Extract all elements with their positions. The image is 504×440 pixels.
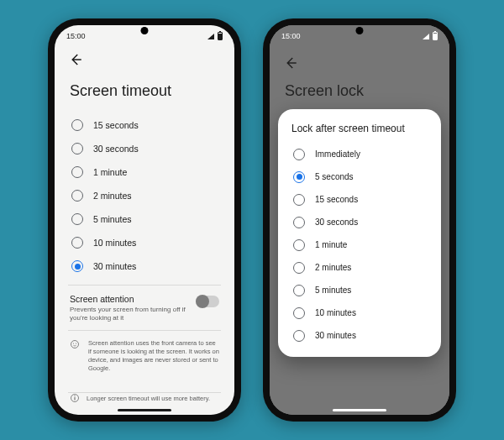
svg-rect-4: [75, 397, 76, 401]
radio-icon: [71, 213, 83, 225]
screen-attention-title: Screen attention: [70, 294, 187, 304]
radio-icon: [293, 330, 305, 342]
lock-after-timeout-dialog: Lock after screen timeout Immediately5 s…: [278, 109, 441, 357]
lock-option-label: 2 minutes: [315, 263, 351, 272]
timeout-option[interactable]: 5 minutes: [68, 207, 221, 231]
lock-option[interactable]: 5 seconds: [290, 165, 429, 188]
face-icon: [70, 339, 80, 349]
phone-left: 15:00 Screen timeout 15 seconds30 second…: [48, 18, 241, 422]
timeout-option[interactable]: 15 seconds: [68, 113, 221, 137]
front-camera: [141, 27, 149, 34]
lock-option-label: Immediately: [315, 149, 360, 159]
radio-icon: [293, 239, 305, 251]
nav-pill[interactable]: [333, 409, 386, 411]
lock-option[interactable]: 10 minutes: [290, 301, 429, 324]
status-time: 15:00: [66, 32, 86, 40]
lock-option[interactable]: 15 seconds: [290, 188, 429, 211]
lock-option-label: 30 seconds: [315, 217, 358, 227]
svg-point-2: [76, 343, 76, 343]
timeout-option-label: 30 minutes: [93, 261, 136, 271]
page-title: Screen timeout: [70, 82, 221, 100]
timeout-option-label: 1 minute: [93, 167, 127, 177]
radio-icon: [71, 190, 83, 202]
lock-option[interactable]: 30 seconds: [290, 211, 429, 233]
signal-icon: [207, 34, 214, 39]
timeout-option-label: 10 minutes: [93, 238, 136, 248]
phone-right: 15:00 Screen lock Lock after screen time…: [263, 18, 456, 422]
lock-option-label: 1 minute: [315, 240, 347, 249]
signal-icon: [423, 34, 429, 39]
screen-timeout-screen: 15:00 Screen timeout 15 seconds30 second…: [55, 25, 234, 415]
radio-icon: [71, 260, 83, 272]
screen-timeout-content: Screen timeout 15 seconds30 seconds1 min…: [55, 25, 234, 415]
timeout-option-label: 30 seconds: [93, 144, 139, 154]
radio-icon: [293, 285, 305, 296]
dialog-title: Lock after screen timeout: [291, 123, 428, 134]
lock-option-label: 5 seconds: [315, 172, 354, 181]
status-time: 15:00: [281, 32, 301, 40]
lock-option[interactable]: 5 minutes: [290, 279, 429, 301]
radio-icon: [293, 194, 305, 206]
radio-icon: [71, 166, 83, 178]
radio-icon: [293, 149, 305, 160]
lock-option[interactable]: 2 minutes: [290, 256, 429, 279]
radio-icon: [293, 171, 305, 183]
timeout-option-label: 2 minutes: [93, 191, 132, 201]
screen-attention-section: Screen attention Prevents your screen fr…: [68, 285, 221, 323]
screen-attention-info-section: Screen attention uses the front camera t…: [68, 330, 221, 374]
timeout-option-label: 15 seconds: [93, 120, 139, 130]
screen-attention-info-text: Screen attention uses the front camera t…: [88, 339, 219, 374]
battery-footer: Longer screen timeout will use more batt…: [68, 392, 221, 403]
status-icons: [423, 32, 438, 40]
timeout-option[interactable]: 10 minutes: [68, 231, 221, 254]
timeout-option[interactable]: 30 minutes: [68, 254, 221, 278]
radio-icon: [71, 143, 83, 155]
battery-icon: [218, 32, 223, 40]
lock-option-label: 15 seconds: [315, 195, 358, 204]
screen-attention-toggle-row[interactable]: Screen attention Prevents your screen fr…: [68, 294, 221, 323]
svg-rect-5: [75, 395, 76, 396]
front-camera: [356, 27, 364, 34]
lock-option-label: 10 minutes: [315, 308, 356, 317]
svg-point-0: [71, 340, 79, 348]
back-arrow-icon: [68, 52, 83, 67]
radio-icon: [293, 307, 305, 319]
nav-pill[interactable]: [118, 409, 171, 411]
lock-option-label: 5 minutes: [315, 285, 351, 295]
radio-icon: [293, 262, 305, 274]
timeout-option[interactable]: 30 seconds: [68, 137, 221, 160]
battery-icon: [433, 32, 438, 40]
svg-point-1: [73, 343, 74, 343]
lock-option[interactable]: 30 minutes: [290, 324, 429, 347]
status-icons: [207, 32, 223, 40]
timeout-options-list: 15 seconds30 seconds1 minute2 minutes5 m…: [68, 113, 221, 278]
lock-option[interactable]: Immediately: [290, 143, 429, 165]
radio-icon: [71, 237, 83, 249]
lock-options-list: Immediately5 seconds15 seconds30 seconds…: [290, 143, 429, 347]
timeout-option[interactable]: 1 minute: [68, 160, 221, 184]
timeout-option-label: 5 minutes: [93, 214, 132, 224]
screen-attention-toggle[interactable]: [196, 296, 219, 307]
lock-option[interactable]: 1 minute: [290, 233, 429, 256]
lock-option-label: 30 minutes: [315, 331, 356, 340]
screen-lock-screen: 15:00 Screen lock Lock after screen time…: [270, 25, 449, 415]
back-button[interactable]: [68, 52, 83, 67]
battery-footer-text: Longer screen timeout will use more batt…: [87, 395, 210, 402]
info-icon: [70, 393, 80, 403]
radio-icon: [293, 217, 305, 228]
screen-attention-subtitle: Prevents your screen from turning off if…: [70, 306, 187, 323]
radio-icon: [71, 119, 83, 131]
timeout-option[interactable]: 2 minutes: [68, 184, 221, 207]
